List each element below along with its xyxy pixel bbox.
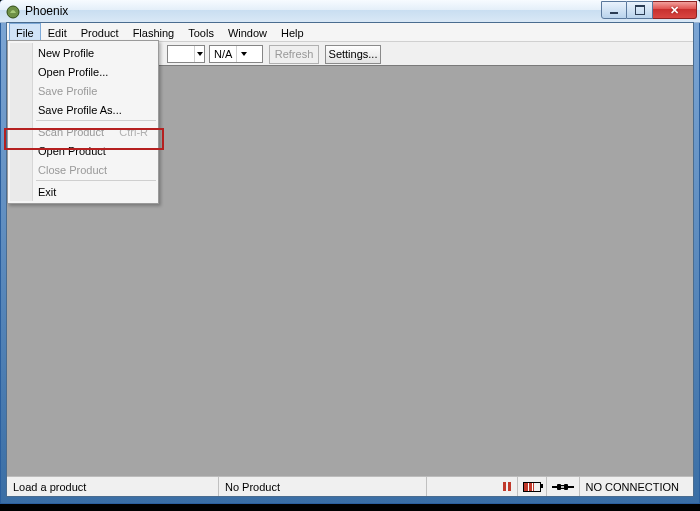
menu-item-exit[interactable]: Exit <box>10 182 156 201</box>
svg-rect-4 <box>561 485 564 486</box>
menu-file[interactable]: File <box>9 23 41 41</box>
svg-rect-6 <box>568 486 574 488</box>
menu-item-save-profile[interactable]: Save Profile <box>10 81 156 100</box>
menu-item-label: Open Product <box>38 145 106 157</box>
maximize-button[interactable] <box>627 1 653 19</box>
menu-item-save-profile-as[interactable]: Save Profile As... <box>10 100 156 119</box>
menu-product[interactable]: Product <box>74 23 126 41</box>
menu-item-label: Open Profile... <box>38 66 108 78</box>
menu-item-scan-product[interactable]: Scan Product Ctrl-R <box>10 122 156 141</box>
minimize-icon <box>610 12 618 14</box>
menu-item-label: Scan Product <box>38 126 104 138</box>
svg-rect-1 <box>552 486 557 488</box>
toolbar-combo-2-value: N/A <box>210 48 236 60</box>
close-icon: ✕ <box>670 4 679 17</box>
menu-item-label: Exit <box>38 186 56 198</box>
file-dropdown: New Profile Open Profile... Save Profile… <box>7 40 159 204</box>
menu-item-shortcut: Ctrl-R <box>119 126 148 138</box>
chevron-down-icon <box>194 46 204 62</box>
menu-edit[interactable]: Edit <box>41 23 74 41</box>
svg-rect-5 <box>561 487 564 488</box>
status-left: Load a product <box>7 477 219 496</box>
menu-item-open-product[interactable]: Open Product <box>10 141 156 160</box>
refresh-button[interactable]: Refresh <box>269 45 319 64</box>
menu-item-new-profile[interactable]: New Profile <box>10 43 156 62</box>
menu-item-close-product[interactable]: Close Product <box>10 160 156 179</box>
menu-item-open-profile[interactable]: Open Profile... <box>10 62 156 81</box>
status-bar: Load a product No Product <box>7 476 693 496</box>
svg-rect-2 <box>557 484 561 490</box>
menu-separator <box>36 120 156 121</box>
menu-item-label: Save Profile As... <box>38 104 122 116</box>
status-connection: NO CONNECTION <box>580 477 694 496</box>
menu-item-label: Close Product <box>38 164 107 176</box>
pause-icon <box>503 482 511 491</box>
status-battery-icon <box>518 477 547 496</box>
app-icon <box>5 3 21 19</box>
window-controls: ✕ <box>601 1 697 20</box>
menu-help[interactable]: Help <box>274 23 311 41</box>
status-right: NO CONNECTION <box>497 477 694 496</box>
chevron-down-icon <box>236 46 251 62</box>
status-center: No Product <box>219 477 427 496</box>
settings-button[interactable]: Settings... <box>325 45 381 64</box>
title-bar[interactable]: Phoenix ✕ <box>0 0 700 23</box>
battery-icon <box>523 482 541 492</box>
close-button[interactable]: ✕ <box>653 1 697 19</box>
menu-flashing[interactable]: Flashing <box>126 23 182 41</box>
toolbar-combo-1[interactable] <box>167 45 205 63</box>
window-title: Phoenix <box>25 4 601 18</box>
menu-window[interactable]: Window <box>221 23 274 41</box>
minimize-button[interactable] <box>601 1 627 19</box>
menu-item-label: New Profile <box>38 47 94 59</box>
plug-icon <box>552 482 574 492</box>
status-plug-icon <box>547 477 580 496</box>
menu-item-label: Save Profile <box>38 85 97 97</box>
svg-rect-3 <box>564 484 568 490</box>
status-pause-icon <box>497 477 518 496</box>
menu-tools[interactable]: Tools <box>181 23 221 41</box>
toolbar-combo-2[interactable]: N/A <box>209 45 263 63</box>
menu-separator <box>36 180 156 181</box>
maximize-icon <box>635 5 645 15</box>
